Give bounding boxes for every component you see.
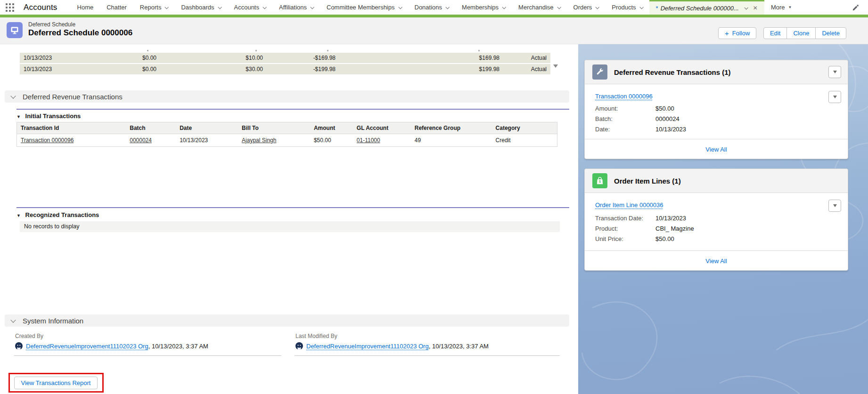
view-transactions-report-button[interactable]: View Transactions Report <box>14 377 98 389</box>
col-bill-to: Bill To <box>238 122 310 134</box>
delete-button[interactable]: Delete <box>815 27 846 39</box>
cell-category: Credit <box>492 134 557 147</box>
batch-link[interactable]: 0000024 <box>130 137 152 144</box>
nav-tab-bar: Home Chatter Reports Dashboards Accounts… <box>71 0 852 15</box>
table-header-row: Transaction Id Batch Date Bill To Amount… <box>17 122 557 134</box>
card-header[interactable]: Deferred Revenue Transactions (1) <box>585 60 848 84</box>
field-underline <box>295 355 560 356</box>
created-by-label: Created By <box>15 333 43 339</box>
related-card-deferred-revenue-transactions: Deferred Revenue Transactions (1) Transa… <box>584 60 848 159</box>
org-avatar-icon <box>295 342 303 350</box>
triangle-down-icon <box>833 204 837 207</box>
section-divider <box>16 207 569 208</box>
edit-nav-pencil-icon[interactable] <box>852 4 860 11</box>
triangle-down-icon <box>833 96 837 98</box>
nav-tab-reports[interactable]: Reports <box>133 0 175 15</box>
view-all-link[interactable]: View All <box>585 250 848 271</box>
created-by-user-link[interactable]: DeferredRevenueImprovement11102023 Org <box>26 343 148 350</box>
record-action-buttons: Edit Clone Delete <box>763 27 846 39</box>
table-scroll-dots <box>255 50 257 51</box>
table-scroll-dots <box>478 50 480 51</box>
table-row: Transaction 0000096 0000024 10/13/2023 A… <box>17 134 557 147</box>
nav-tab-products[interactable]: Products <box>605 0 649 15</box>
nav-tab-accounts[interactable]: Accounts <box>228 0 272 15</box>
recognized-transactions-toggle[interactable]: ▼ Recognized Transactions <box>16 211 99 218</box>
close-icon[interactable]: ✕ <box>753 5 758 11</box>
wrench-icon <box>592 64 607 80</box>
shopping-bag-icon: $ <box>592 173 607 188</box>
org-avatar-icon <box>15 342 23 350</box>
page-title: Deferred Schedule 0000006 <box>28 28 132 38</box>
created-by-value: DeferredRevenueImprovement11102023 Org ,… <box>15 342 208 350</box>
nav-tab-dashboards[interactable]: Dashboards <box>174 0 227 15</box>
chevron-down-icon <box>165 5 169 9</box>
chevron-down-icon[interactable] <box>744 6 748 9</box>
cell-date: 10/13/2023 <box>176 134 238 147</box>
col-batch: Batch <box>126 122 176 134</box>
nav-tab-affiliations[interactable]: Affiliations <box>272 0 320 15</box>
product-record-link[interactable]: CBI_ Magzine <box>655 225 694 232</box>
unsaved-indicator: * <box>656 5 658 12</box>
desktop-record-icon <box>7 22 23 38</box>
initial-transactions-table: Transaction Id Batch Date Bill To Amount… <box>16 122 557 147</box>
col-gl-account: GL Account <box>353 122 411 134</box>
chevron-down-icon <box>398 5 402 9</box>
follow-button[interactable]: + Follow <box>718 27 756 39</box>
transaction-record-link[interactable]: Transaction 0000096 <box>595 93 653 100</box>
brand-color-bar <box>0 15 868 17</box>
card-menu-button[interactable] <box>828 66 841 78</box>
transaction-link[interactable]: Transaction 0000096 <box>21 137 74 144</box>
last-modified-by-value: DeferredRevenueImprovement11102023 Org ,… <box>295 342 489 350</box>
clone-button[interactable]: Clone <box>786 27 816 39</box>
chevron-down-icon <box>596 5 599 9</box>
gl-account-link[interactable]: 01-11000 <box>357 137 380 144</box>
nav-tab-merchandise[interactable]: Merchandise <box>512 0 566 15</box>
section-divider <box>16 109 569 110</box>
col-category: Category <box>492 122 557 134</box>
table-scroll-dots <box>147 50 148 51</box>
view-all-link[interactable]: View All <box>585 139 848 160</box>
svg-text:$: $ <box>599 180 601 184</box>
order-item-line-record-link[interactable]: Order Item Line 0000036 <box>595 201 663 209</box>
app-name: Accounts <box>24 3 57 12</box>
initial-transactions-toggle[interactable]: ▼ Initial Transactions <box>16 113 81 120</box>
nav-tab-chatter[interactable]: Chatter <box>100 0 133 15</box>
nav-tab-deferred-schedule-active[interactable]: * Deferred Schedule 000000... ✕ <box>649 0 764 15</box>
nav-tab-orders[interactable]: Orders <box>567 0 606 15</box>
record-header: Deferred Schedule Deferred Schedule 0000… <box>0 17 868 44</box>
card-title: Order Item Lines (1) <box>614 177 681 185</box>
col-transaction-id: Transaction Id <box>17 122 126 134</box>
nav-tab-home[interactable]: Home <box>71 0 100 15</box>
entity-label: Deferred Schedule <box>28 21 75 28</box>
section-deferred-revenue-transactions[interactable]: Deferred Revenue Transactions <box>5 90 569 103</box>
batch-record-link[interactable]: 0000024 <box>655 115 680 122</box>
plus-icon: + <box>725 29 729 37</box>
global-nav: Accounts Home Chatter Reports Dashboards… <box>0 0 868 15</box>
nav-tab-donations[interactable]: Donations <box>408 0 456 15</box>
nav-tab-committee-memberships[interactable]: Committee Memberships <box>320 0 408 15</box>
card-header[interactable]: $ Order Item Lines (1) <box>585 169 848 193</box>
nav-more-menu[interactable]: More▼ <box>764 0 799 15</box>
section-system-information[interactable]: System Information <box>5 314 569 327</box>
chevron-down-icon <box>262 5 266 9</box>
triangle-down-icon: ▼ <box>16 114 21 119</box>
row-menu-button[interactable] <box>828 91 841 103</box>
triangle-down-icon: ▼ <box>788 5 792 9</box>
triangle-down-icon: ▼ <box>16 213 21 218</box>
bill-to-link[interactable]: Ajaypal Singh <box>242 137 276 144</box>
col-reference-group: Reference Group <box>411 122 492 134</box>
col-amount: Amount <box>310 122 353 134</box>
triangle-down-icon <box>833 71 837 73</box>
related-card-order-item-lines: $ Order Item Lines (1) Order Item Line 0… <box>584 169 848 271</box>
last-modified-by-label: Last Modified By <box>295 333 337 339</box>
app-launcher-icon[interactable] <box>6 3 14 12</box>
card-title: Deferred Revenue Transactions (1) <box>614 68 731 76</box>
last-modified-by-user-link[interactable]: DeferredRevenueImprovement11102023 Org <box>306 343 429 350</box>
scroll-down-arrow-icon[interactable] <box>553 64 558 68</box>
nav-tab-memberships[interactable]: Memberships <box>455 0 512 15</box>
row-menu-button[interactable] <box>828 200 841 212</box>
schedule-table-row: 10/13/2023 $0.00 $30.00 -$199.98 $199.98… <box>20 64 550 74</box>
edit-button[interactable]: Edit <box>763 27 787 39</box>
table-scroll-dots <box>327 50 328 51</box>
salesforce-record-page: Accounts Home Chatter Reports Dashboards… <box>0 0 868 394</box>
